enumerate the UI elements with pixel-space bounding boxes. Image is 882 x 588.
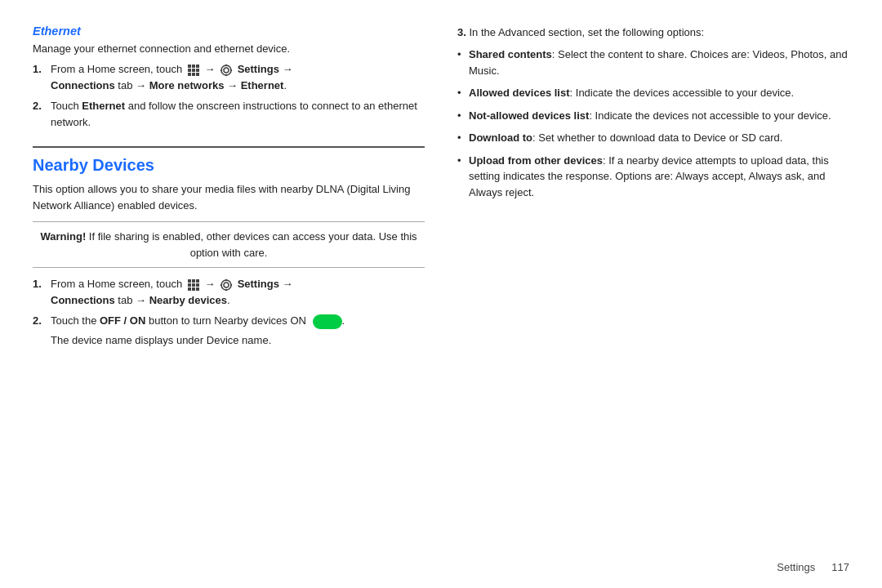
step-1-content: From a Home screen, touch: [51, 61, 425, 93]
svg-rect-6: [188, 73, 191, 76]
nearby-step1-prefix: From a Home screen, touch: [51, 278, 182, 290]
bullet-shared-contents: Shared contents: Select the content to s…: [457, 47, 849, 78]
svg-rect-4: [192, 69, 195, 72]
step2-ethernet-bold: Ethernet: [82, 100, 125, 112]
step2-prefix: Touch: [51, 100, 79, 112]
nearby-step-1: 1. From a Home screen, touch: [33, 276, 425, 308]
warning-divider-top: [33, 221, 425, 222]
nearby-step2-prefix: Touch the: [51, 314, 96, 327]
section-divider-top: [33, 146, 425, 148]
svg-point-24: [224, 283, 229, 287]
svg-rect-2: [196, 65, 199, 68]
svg-point-28: [220, 283, 222, 285]
bullet-not-allowed-devices: Not-allowed devices list: Indicate the d…: [457, 108, 849, 124]
ethernet-step-1: 1. From a Home screen, touch: [33, 61, 425, 93]
nearby-step1-arrow1: →: [204, 278, 218, 290]
nearby-devices-title: Nearby Devices: [33, 156, 425, 175]
bullet-upload-from: Upload from other devices: If a nearby d…: [457, 153, 849, 201]
svg-point-12: [225, 74, 227, 75]
left-column: Ethernet Manage your ethernet connection…: [33, 24, 425, 564]
step1-prefix: From a Home screen, touch: [51, 63, 182, 75]
ethernet-description: Manage your ethernet connection and ethe…: [33, 42, 425, 55]
svg-point-13: [220, 69, 222, 70]
svg-rect-21: [188, 287, 191, 291]
nearby-step-2: 2. Touch the OFF / ON button to turn Nea…: [33, 313, 425, 329]
shared-contents-label: Shared contents: [469, 48, 552, 60]
step3-container: 3. In the Advanced section, set the foll…: [457, 26, 849, 207]
allowed-devices-label: Allowed devices list: [469, 87, 570, 99]
svg-point-9: [224, 68, 229, 73]
step1-more-networks: More networks: [149, 79, 225, 91]
svg-rect-8: [196, 73, 199, 76]
nearby-step-1-content: From a Home screen, touch: [51, 276, 425, 308]
ethernet-section: Ethernet Manage your ethernet connection…: [33, 24, 425, 135]
nearby-devices-description: This option allows you to share your med…: [33, 181, 425, 213]
footer: Settings 117: [777, 561, 849, 573]
warning-bold: Warning!: [40, 230, 86, 243]
nearby-step1-settings: Settings: [238, 278, 279, 290]
ethernet-step-2: 2. Touch Ethernet and follow the onscree…: [33, 98, 425, 130]
step3-intro-text: In the Advanced section, set the followi…: [469, 26, 704, 38]
svg-rect-23: [196, 287, 199, 291]
step3-intro: 3. In the Advanced section, set the foll…: [457, 26, 849, 38]
svg-point-27: [225, 288, 227, 290]
download-to-text: : Set whether to download data to Device…: [532, 131, 782, 144]
bullet-download-to: Download to: Set whether to download dat…: [457, 130, 849, 146]
settings-gear-icon: [220, 64, 233, 77]
nearby-step2-suffix: button to turn Nearby devices ON: [149, 314, 306, 327]
bullet-allowed-devices: Allowed devices list: Indicate the devic…: [457, 85, 849, 101]
nearby-step2-note: .: [342, 314, 345, 327]
svg-point-26: [225, 278, 227, 280]
svg-rect-3: [188, 69, 191, 72]
upload-from-label: Upload from other devices: [469, 154, 603, 167]
nearby-grid-icon: [187, 278, 200, 292]
svg-point-10: [221, 65, 231, 75]
step1-arrow3: →: [227, 79, 241, 91]
warning-text: If file sharing is enabled, other device…: [89, 230, 417, 259]
svg-rect-17: [196, 279, 199, 283]
right-column: 3. In the Advanced section, set the foll…: [457, 24, 849, 564]
svg-rect-22: [192, 287, 195, 291]
svg-rect-0: [188, 65, 191, 68]
step1-tab-text: tab →: [118, 79, 149, 91]
svg-rect-7: [192, 73, 195, 76]
step-number-2: 2.: [33, 98, 47, 114]
toggle-switch[interactable]: [313, 314, 342, 329]
step1-settings-label: Settings: [238, 63, 279, 75]
svg-rect-19: [192, 283, 195, 287]
svg-point-29: [230, 283, 232, 285]
svg-rect-5: [196, 69, 199, 72]
step-number: 1.: [33, 61, 47, 78]
nearby-devices-section: Nearby Devices This option allows you to…: [33, 135, 425, 346]
not-allowed-devices-text: : Indicate the devices not accessible to…: [589, 109, 831, 122]
allowed-devices-text: : Indicate the devices accessible to you…: [570, 87, 795, 99]
footer-label: Settings: [777, 561, 815, 573]
nearby-step-2-content: Touch the OFF / ON button to turn Nearby…: [51, 313, 425, 329]
ethernet-steps: 1. From a Home screen, touch: [33, 61, 425, 130]
step1-arrow2: →: [283, 63, 293, 75]
nearby-steps: 1. From a Home screen, touch: [33, 276, 425, 329]
nearby-step1-connections: Connections: [51, 294, 115, 306]
warning-block: Warning! If file sharing is enabled, oth…: [33, 229, 425, 261]
step1-period: .: [283, 79, 287, 91]
nearby-step1-period: .: [227, 294, 230, 306]
svg-rect-15: [188, 279, 191, 283]
nearby-step1-arrow2: →: [283, 278, 293, 290]
footer-page: 117: [831, 561, 849, 573]
nearby-settings-icon: [220, 278, 233, 292]
step3-number: 3.: [457, 26, 466, 38]
nearby-step-number-2: 2.: [33, 313, 47, 329]
svg-rect-18: [188, 283, 191, 287]
svg-rect-1: [192, 65, 195, 68]
svg-rect-20: [196, 283, 199, 287]
svg-point-25: [221, 280, 231, 290]
warning-divider-bottom: [33, 267, 425, 268]
step-2-content: Touch Ethernet and follow the onscreen i…: [51, 98, 425, 130]
ethernet-title: Ethernet: [33, 24, 425, 38]
step1-connections: Connections: [51, 79, 115, 91]
nearby-step2-offon: OFF / ON: [100, 314, 145, 327]
step1-arrow1: →: [204, 63, 218, 75]
page: Ethernet Manage your ethernet connection…: [0, 0, 882, 588]
nearby-step1-nearby-devices: Nearby devices: [149, 294, 227, 306]
download-to-label: Download to: [469, 131, 532, 144]
